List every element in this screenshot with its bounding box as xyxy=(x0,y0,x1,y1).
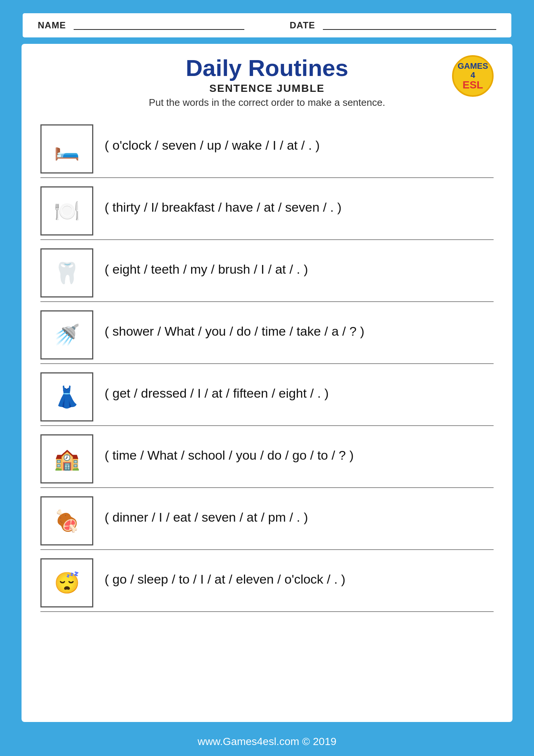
logo-line2: 4 xyxy=(471,71,475,80)
image-box-6: 🏫 xyxy=(40,434,93,483)
image-box-4: 🚿 xyxy=(40,310,93,359)
image-box-1: 🛏️ xyxy=(40,124,93,174)
sentence-text-8: ( go / sleep / to / I / at / eleven / o'… xyxy=(105,558,346,589)
name-section: NAME xyxy=(38,20,244,31)
image-box-5: 👗 xyxy=(40,372,93,421)
image-icon-3: 🦷 xyxy=(44,252,90,294)
instruction: Put the words in the correct order to ma… xyxy=(40,97,494,108)
image-icon-1: 🛏️ xyxy=(44,128,90,170)
sentence-text-3: ( eight / teeth / my / brush / I / at / … xyxy=(105,248,308,279)
image-icon-4: 🚿 xyxy=(44,314,90,356)
main-content: Daily Routines SENTENCE JUMBLE Put the w… xyxy=(22,44,512,722)
logo-line1: GAMES xyxy=(458,62,488,71)
sentence-text-5: ( get / dressed / I / at / fifteen / eig… xyxy=(105,372,329,403)
footer: www.Games4esl.com © 2019 xyxy=(0,727,534,756)
name-line xyxy=(74,21,244,30)
sentence-row-2: 🍽️( thirty / I/ breakfast / have / at / … xyxy=(40,178,494,240)
image-box-2: 🍽️ xyxy=(40,186,93,235)
sentence-row-1: 🛏️( o'clock / seven / up / wake / I / at… xyxy=(40,116,494,178)
image-box-8: 😴 xyxy=(40,558,93,607)
sentence-text-1: ( o'clock / seven / up / wake / I / at /… xyxy=(105,124,320,155)
sentence-row-3: 🦷( eight / teeth / my / brush / I / at /… xyxy=(40,240,494,302)
sentence-row-4: 🚿( shower / What / you / do / time / tak… xyxy=(40,302,494,364)
logo-line3: ESL xyxy=(463,80,483,90)
logo: GAMES 4 ESL xyxy=(452,55,494,97)
image-box-7: 🍖 xyxy=(40,496,93,545)
sentence-row-6: 🏫( time / What / school / you / do / go … xyxy=(40,426,494,488)
image-icon-6: 🏫 xyxy=(44,438,90,480)
sentence-text-6: ( time / What / school / you / do / go /… xyxy=(105,434,354,465)
image-icon-7: 🍖 xyxy=(44,500,90,542)
subtitle: SENTENCE JUMBLE xyxy=(40,82,494,94)
sentence-text-7: ( dinner / I / eat / seven / at / pm / .… xyxy=(105,496,308,527)
date-section: DATE xyxy=(290,20,496,31)
image-icon-5: 👗 xyxy=(44,376,90,418)
image-icon-2: 🍽️ xyxy=(44,190,90,232)
sentences-list: 🛏️( o'clock / seven / up / wake / I / at… xyxy=(40,116,494,612)
sentence-text-4: ( shower / What / you / do / time / take… xyxy=(105,310,364,341)
sentence-text-2: ( thirty / I/ breakfast / have / at / se… xyxy=(105,186,341,217)
sentence-row-7: 🍖( dinner / I / eat / seven / at / pm / … xyxy=(40,488,494,550)
date-label: DATE xyxy=(290,20,315,31)
image-box-3: 🦷 xyxy=(40,248,93,297)
image-icon-8: 😴 xyxy=(44,562,90,604)
main-title: Daily Routines xyxy=(40,55,494,81)
name-label: NAME xyxy=(38,20,66,31)
date-line xyxy=(323,21,496,30)
name-date-bar: NAME DATE xyxy=(22,12,512,39)
title-block: Daily Routines SENTENCE JUMBLE Put the w… xyxy=(40,55,494,108)
sentence-row-8: 😴( go / sleep / to / I / at / eleven / o… xyxy=(40,550,494,612)
sentence-row-5: 👗( get / dressed / I / at / fifteen / ei… xyxy=(40,364,494,426)
header-area: Daily Routines SENTENCE JUMBLE Put the w… xyxy=(40,55,494,108)
